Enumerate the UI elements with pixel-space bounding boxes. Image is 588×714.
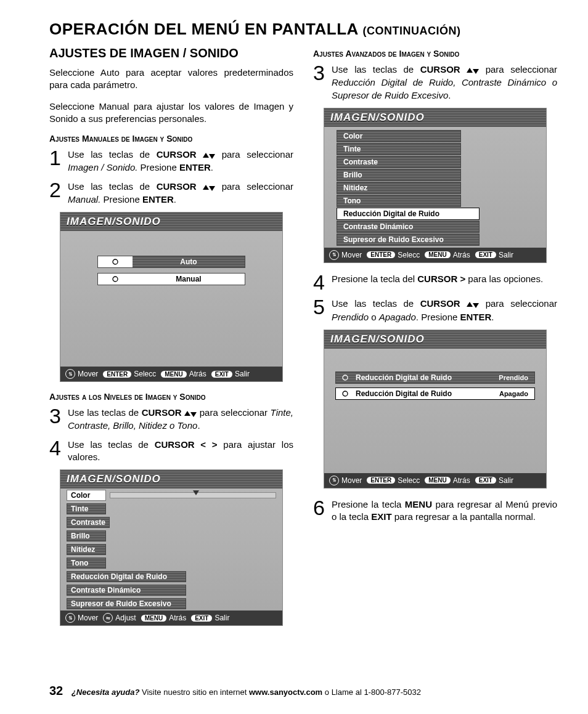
step-3: 3 Use las teclas de CURSOR para seleccio… xyxy=(49,407,293,432)
osd-footer: ⇅Mover ENTERSelecc MENUAtrás EXITSalir xyxy=(324,248,546,262)
osd-screenshot-levels: IMAGEN/SONIDO Color Tinte Contraste Bril… xyxy=(60,469,283,626)
subheading-levels: Ajustes a los Niveles de Imagen y Sonido xyxy=(49,392,293,402)
osd-screenshot-auto-manual: IMAGEN/SONIDO Auto Manual xyxy=(60,212,283,382)
svg-point-2 xyxy=(343,375,348,380)
page-title: OPERACIÓN DEL MENÚ EN PANTALLA (CONTINUA… xyxy=(49,20,557,39)
osd-item-color: Color xyxy=(60,489,282,502)
intro-paragraph-2: Seleccione Manual para ajustar los valor… xyxy=(49,100,293,126)
osd-screenshot-advanced-list: IMAGEN/SONIDO Color Tinte Contraste Bril… xyxy=(324,108,547,263)
osd-item: Contraste Dinámico xyxy=(337,221,480,233)
osd-footer: ⇅Mover ⇆Adjust MENUAtrás EXITSalir xyxy=(60,611,282,625)
osd-option-on: Reducción Digital de Ruido Prendido xyxy=(335,371,535,384)
step-4: 4 Use las teclas de CURSOR < > para ajus… xyxy=(49,439,293,464)
updown-icon: ⇅ xyxy=(65,613,75,623)
step-r3: 3 Use las teclas de CURSOR para seleccio… xyxy=(313,63,557,102)
osd-item: Supresor de Ruido Excesivo xyxy=(337,233,480,246)
osd-item-selected: Reducción Digital de Ruido xyxy=(337,208,480,220)
step-r5: 5 Use las teclas de CURSOR para seleccio… xyxy=(313,298,557,323)
osd-item: Contraste xyxy=(337,156,461,168)
updown-icon: ⇅ xyxy=(65,369,75,379)
svg-point-3 xyxy=(343,391,348,396)
osd-footer: ⇅Mover ENTERSelecc MENUAtrás EXITSalir xyxy=(324,473,546,488)
svg-point-0 xyxy=(113,259,118,264)
step-1: 1 Use las teclas de CURSOR para seleccio… xyxy=(49,148,293,174)
subheading-advanced: Ajustes Avanzados de Imagen y Sonido xyxy=(313,49,557,59)
svg-point-1 xyxy=(113,277,118,282)
leftright-icon: ⇆ xyxy=(103,613,113,623)
page-footer: 32 ¿Necesita ayuda? Visite nuestro sitio… xyxy=(49,684,421,698)
osd-item: Nitidez xyxy=(337,182,461,194)
osd-title: IMAGEN/SONIDO xyxy=(60,470,282,489)
step-2: 2 Use las teclas de CURSOR para seleccio… xyxy=(49,181,293,206)
subheading-manual: Ajustes Manuales de Imagen y Sonido xyxy=(49,134,293,144)
osd-screenshot-on-off: IMAGEN/SONIDO Reducción Digital de Ruido… xyxy=(324,330,547,489)
osd-item: Color xyxy=(337,130,461,142)
osd-item: Tinte xyxy=(337,143,461,155)
osd-title: IMAGEN/SONIDO xyxy=(324,330,546,349)
osd-item: Tono xyxy=(337,195,461,207)
up-down-arrows-icon xyxy=(203,181,215,193)
osd-item: Brillo xyxy=(337,169,461,181)
osd-title: IMAGEN/SONIDO xyxy=(324,108,546,127)
step-r6: 6 Presione la tecla MENU para regresar a… xyxy=(313,498,557,524)
up-down-arrows-icon xyxy=(203,149,215,161)
osd-option-auto: Auto xyxy=(97,256,245,268)
intro-paragraph-1: Seleccione Auto para aceptar valores pre… xyxy=(49,67,293,92)
osd-title: IMAGEN/SONIDO xyxy=(60,213,282,231)
step-r4: 4 Presione la tecla del CURSOR > para la… xyxy=(313,273,557,292)
osd-option-off: Reducción Digital de Ruido Apagado xyxy=(335,387,535,400)
osd-footer: ⇅Mover ENTERSelecc MENUAtrás EXITSalir xyxy=(60,367,282,381)
section-heading: AJUSTES DE IMAGEN / SONIDO xyxy=(49,46,293,60)
osd-option-manual: Manual xyxy=(97,273,245,285)
